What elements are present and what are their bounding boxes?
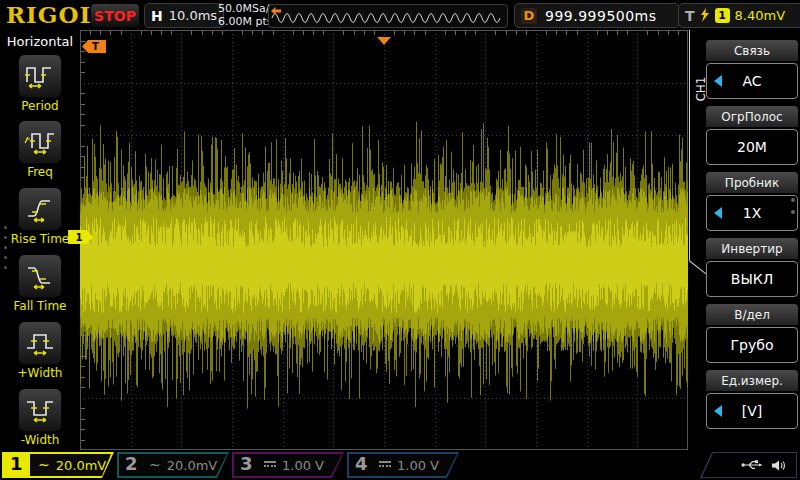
menu-title: Ед.измер.	[706, 370, 798, 391]
brand-logo: RIGOL	[6, 1, 97, 28]
menu-item-label: Fall Time	[0, 299, 80, 313]
menu-item-minus-width[interactable]: -Width	[0, 388, 80, 447]
select-arrow-icon	[714, 405, 722, 417]
channel3-status[interactable]: 3 1.00 V	[232, 452, 344, 478]
channel-scale: 20.0mV	[167, 458, 218, 473]
horizontal-label: H	[151, 8, 163, 24]
oscilloscope-screen: RIGOL STOP H 10.0ms 50.0MSa/s 6.00M pts …	[0, 0, 800, 480]
menu-probe[interactable]: Пробник 1X	[706, 172, 798, 231]
fall-time-icon	[24, 262, 56, 290]
menu-volts-div[interactable]: В/дел Грубо	[706, 304, 798, 363]
sound-icon	[771, 459, 786, 472]
waveform-display	[80, 30, 688, 450]
menu-value: 1X	[743, 205, 762, 221]
trigger-level-value: 8.40mV	[735, 8, 786, 23]
sample-rate: 50.0MSa/s	[218, 2, 275, 15]
menu-divider	[689, 30, 690, 260]
edge-trigger-icon	[700, 8, 710, 23]
channel-scale: 1.00 V	[397, 458, 439, 473]
dc-coupling-icon	[379, 461, 391, 470]
menu-item-label: +Width	[0, 366, 80, 380]
select-arrow-icon	[714, 207, 722, 219]
menu-title: Связь	[706, 40, 798, 61]
rise-time-icon	[24, 195, 56, 223]
menu-title: В/дел	[706, 304, 798, 325]
menu-title: Пробник	[706, 172, 798, 193]
plus-width-icon	[24, 329, 56, 357]
preview-wave	[269, 5, 505, 25]
channel-number: 1	[10, 453, 23, 474]
menu-value: [V]	[742, 403, 763, 419]
top-status-bar: RIGOL STOP H 10.0ms 50.0MSa/s 6.00M pts …	[0, 0, 800, 30]
ac-coupling-icon: ~	[38, 460, 50, 470]
horizontal-timebase-box[interactable]: H 10.0ms	[144, 3, 224, 28]
right-channel-menu: CH1 Связь AC ОгрПолос 20M Пробник 1X Инв…	[688, 30, 800, 450]
trigger-source-badge: 1	[715, 8, 730, 23]
menu-value: 20M	[737, 139, 767, 155]
page-indicator-dots-left	[4, 226, 7, 269]
freq-icon	[24, 128, 56, 156]
menu-item-label: Freq	[0, 165, 80, 179]
minus-width-icon	[24, 396, 56, 424]
waveform-position-preview	[268, 4, 508, 28]
delay-label: D	[521, 8, 537, 24]
channel-number: 2	[125, 453, 138, 474]
channel-scale: 1.00 V	[282, 458, 324, 473]
run-state-indicator[interactable]: STOP	[90, 3, 140, 28]
trigger-label: T	[685, 8, 695, 24]
memory-depth: 6.00M pts	[218, 15, 275, 28]
menu-item-period[interactable]: Period	[0, 54, 80, 113]
acquisition-info: 50.0MSa/s 6.00M pts	[218, 2, 275, 28]
menu-item-plus-width[interactable]: +Width	[0, 321, 80, 380]
menu-bw-limit[interactable]: ОгрПолос 20M	[706, 106, 798, 165]
select-arrow-icon	[714, 75, 722, 87]
dc-coupling-icon	[264, 461, 276, 470]
timebase-value: 10.0ms	[169, 8, 217, 23]
menu-item-fall-time[interactable]: Fall Time	[0, 254, 80, 313]
period-icon	[24, 62, 56, 90]
menu-title: ОгрПолос	[706, 106, 798, 127]
left-menu-title: Horizontal	[0, 34, 80, 49]
system-status-block	[700, 452, 797, 478]
channel-status-bar: 1 ~ 20.0mV B 2 ~ 20.0mV	[0, 450, 800, 480]
menu-value: AC	[742, 73, 761, 89]
channel4-status[interactable]: 4 1.00 V	[347, 452, 459, 478]
menu-units[interactable]: Ед.измер. [V]	[706, 370, 798, 429]
delay-box[interactable]: D 999.999500ms	[514, 3, 680, 28]
menu-item-label: Period	[0, 99, 80, 113]
ac-coupling-icon: ~	[149, 460, 161, 470]
menu-invert[interactable]: Инвертир ВЫКЛ	[706, 238, 798, 297]
channel-number: 4	[355, 453, 368, 474]
delay-value: 999.999500ms	[545, 8, 657, 24]
trigger-position-marker[interactable]	[377, 37, 391, 45]
menu-item-label: -Width	[0, 433, 80, 447]
menu-value: ВЫКЛ	[731, 271, 773, 287]
trigger-box[interactable]: T 1 8.40mV	[678, 3, 800, 28]
page-indicator-dots-right	[791, 198, 795, 214]
preview-wave-path	[272, 14, 500, 23]
menu-coupling[interactable]: Связь AC	[706, 40, 798, 99]
waveform-canvas	[80, 30, 688, 450]
usb-icon	[741, 459, 763, 471]
channel1-status[interactable]: 1 ~ 20.0mV B	[2, 452, 114, 478]
menu-value: Грубо	[731, 337, 774, 353]
channel-scale: 20.0mV	[56, 458, 107, 473]
channel-number: 3	[240, 453, 253, 474]
menu-item-freq[interactable]: Freq	[0, 120, 80, 179]
channel2-status[interactable]: 2 ~ 20.0mV	[117, 452, 229, 478]
menu-title: Инвертир	[706, 238, 798, 259]
